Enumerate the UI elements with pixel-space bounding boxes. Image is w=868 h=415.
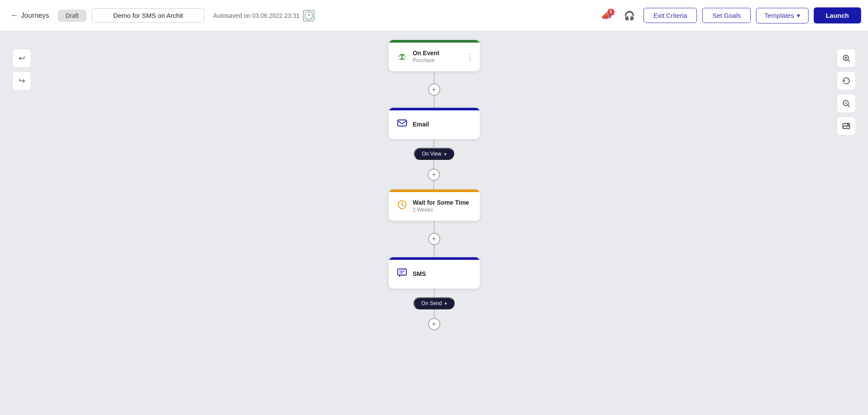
on-send-label: On Send [421,300,442,306]
sms-title: SMS [413,270,426,277]
back-label: Journeys [21,12,49,20]
line-v-3b [434,245,435,257]
history-icon-button[interactable]: 🕐 [303,10,314,21]
line-v-1 [434,71,435,83]
zoom-in-button[interactable] [837,49,856,68]
wait-title: Wait for Some Time [413,199,469,206]
launch-button[interactable]: Launch [814,7,861,23]
back-arrow-icon: ← [10,11,18,20]
left-toolbar: ↩ ↪ [12,49,31,90]
wait-node-body: Wait for Some Time 2 Weeks [389,192,480,221]
image-button[interactable] [837,116,856,136]
wait-node[interactable]: Wait for Some Time 2 Weeks [389,189,480,221]
notification-badge: 6 [607,9,614,16]
refresh-icon [842,76,851,85]
svg-line-1 [848,60,850,62]
chevron-down-icon-send: ▾ [445,301,447,306]
on-event-title: On Event [413,50,439,56]
email-icon [396,117,408,131]
email-node-body: Email [389,110,480,139]
email-node[interactable]: Email [389,108,480,139]
add-button-3[interactable]: + [428,233,440,245]
header: ← Journeys Draft Demo for SMS on Archit … [0,0,868,31]
notifications-button[interactable]: 📣 6 [597,9,615,23]
on-send-badge[interactable]: On Send ▾ [413,297,454,309]
on-view-label: On View [422,151,441,157]
line-v-2c [433,181,434,189]
line-v-3 [434,221,435,233]
connector-4: On Send ▾ + [413,289,454,330]
line-v-2b [433,160,434,169]
exit-criteria-button[interactable]: Exit Criteria [644,8,697,23]
connector-2: On View ▾ + [414,139,454,189]
refresh-button[interactable] [837,71,856,90]
wait-text: Wait for Some Time 2 Weeks [413,199,469,213]
back-button[interactable]: ← Journeys [7,9,53,22]
redo-icon: ↪ [19,76,25,86]
undo-icon: ↩ [19,53,25,63]
add-button-1[interactable]: + [428,83,440,96]
on-event-node-body: On Event Purchase ⋮ [389,43,480,71]
chevron-down-icon: ▾ [797,12,800,20]
canvas: ↩ ↪ [0,31,868,415]
zoom-out-button[interactable] [837,94,856,113]
connector-1: + [428,71,440,108]
connector-3: + [428,221,440,257]
email-title: Email [413,121,429,128]
undo-button[interactable]: ↩ [12,49,31,68]
svg-rect-13 [398,120,406,126]
svg-point-8 [848,124,849,126]
on-event-node[interactable]: On Event Purchase ⋮ [389,40,480,71]
antenna-icon [396,50,408,63]
on-event-subtitle: Purchase [413,57,439,63]
image-icon [842,122,851,130]
sms-text: SMS [413,270,426,277]
svg-line-5 [848,105,850,107]
clock-icon [396,199,408,213]
wait-subtitle: 2 Weeks [413,207,469,213]
sms-node[interactable]: SMS [389,257,480,289]
journey-title-button[interactable]: Demo for SMS on Archit [92,8,205,23]
sms-node-body: SMS [389,260,480,289]
add-button-2[interactable]: + [428,169,440,181]
draft-badge-button[interactable]: Draft [58,10,86,22]
templates-label: Templates [764,12,794,19]
flow-canvas: On Event Purchase ⋮ + [389,40,480,330]
redo-button[interactable]: ↪ [12,71,31,90]
autosaved-text: Autosaved on 03.06.2022 23:31 [213,12,300,19]
autosaved-info: Autosaved on 03.06.2022 23:31 🕐 [213,10,314,21]
svg-rect-17 [398,269,406,275]
zoom-out-icon [842,99,851,108]
on-event-text: On Event Purchase [413,50,439,63]
email-text: Email [413,121,429,128]
line-v-4b [434,309,435,318]
add-button-4[interactable]: + [428,318,440,330]
chevron-down-icon: ▾ [444,152,446,156]
line-v-4a [434,289,435,297]
on-event-menu-button[interactable]: ⋮ [464,50,475,63]
set-goals-button[interactable]: Set Goals [702,8,751,23]
svg-line-16 [402,205,404,206]
templates-button[interactable]: Templates ▾ [756,8,808,23]
sms-icon [396,267,408,281]
headset-icon-button[interactable]: 🎧 [620,9,638,23]
headset-icon: 🎧 [624,11,635,20]
right-toolbar [837,49,856,136]
zoom-in-icon [842,54,851,63]
on-view-badge[interactable]: On View ▾ [414,148,454,160]
line-v-1b [434,96,435,108]
line-v-2a [433,139,434,148]
svg-point-12 [401,54,403,56]
